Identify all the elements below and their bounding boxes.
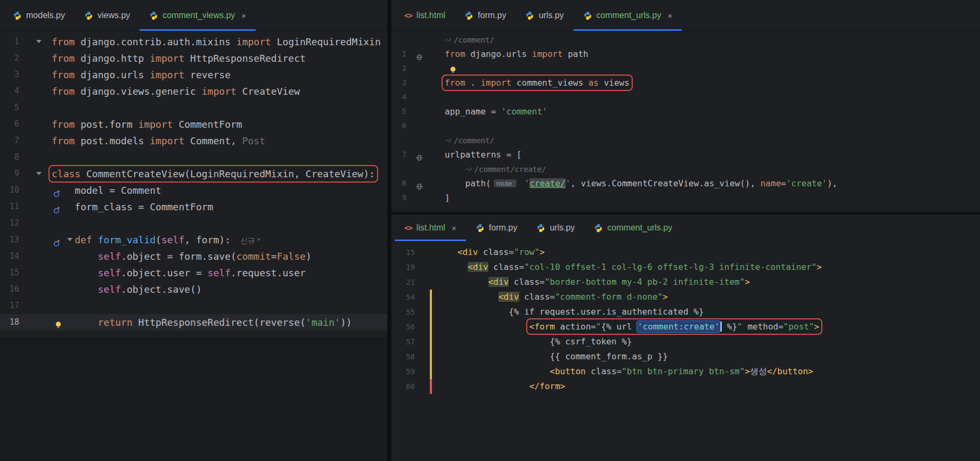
line-number[interactable]: 19 [391,260,415,275]
fold-chevron-icon[interactable] [36,40,42,43]
code-line-7[interactable]: 7from post.models import Comment, Post [0,133,387,149]
line-number[interactable]: 8 [391,176,406,191]
line-number[interactable]: 57 [391,334,415,349]
indentation [442,381,529,391]
fold-chevron-icon[interactable] [67,238,72,241]
line-number[interactable]: 16 [0,281,19,298]
line-number[interactable]: 5 [0,100,19,116]
code-line-11[interactable]: 11 form_class = CommentForm [0,199,387,215]
line-number[interactable]: 15 [391,245,415,260]
close-icon[interactable]: × [667,11,672,20]
code-line-16[interactable]: 16 self.object.save() [0,281,387,298]
tab-urls.py[interactable]: urls.py [527,215,584,241]
code-line-15[interactable]: 15 <div class="row"> [391,245,980,260]
code-line-55[interactable]: 55 {% if request.user.is_authenticated %… [391,304,980,319]
line-number[interactable]: 4 [0,83,19,100]
url-hint-line[interactable]: /comment/ [391,133,980,147]
line-number[interactable]: 2 [391,61,406,76]
line-number[interactable]: 12 [0,215,19,232]
line-number[interactable]: 4 [391,90,406,104]
line-number[interactable]: 9 [0,166,19,182]
tab-urls.py[interactable]: urls.py [516,0,573,31]
line-number[interactable]: 3 [0,67,19,83]
code-line-4[interactable]: 4 [391,90,980,104]
line-number[interactable]: 2 [0,50,19,67]
line-number[interactable]: 5 [391,104,406,119]
code-line-7[interactable]: 7urlpatterns = [ [391,147,980,162]
code-line-2[interactable]: 2 [391,61,980,76]
code-line-2[interactable]: 2from django.http import HttpResponseRed… [0,50,387,67]
code-line-60[interactable]: 60 </form> [391,379,980,394]
code-line-9[interactable]: 9class CommentCreateView(LoginRequiredMi… [0,166,387,182]
tab-form.py[interactable]: form.py [455,0,516,31]
line-number[interactable]: 13 [0,232,19,248]
tab-models.py[interactable]: models.py [3,0,75,31]
code-line-6[interactable]: 6from post.form import CommentForm [0,116,387,133]
code-line-58[interactable]: 58 {{ comment_form.as_p }} [391,349,980,364]
line-number[interactable]: 3 [391,76,406,90]
close-icon[interactable]: × [241,11,246,20]
tab-list.html[interactable]: <>list.html× [395,215,466,241]
line-number[interactable]: 14 [0,248,19,265]
code-line-57[interactable]: 57 {% csrf_token %} [391,334,980,349]
tab-comment_urls.py[interactable]: comment_urls.py [584,215,682,241]
close-icon[interactable]: × [452,224,456,233]
tab-views.py[interactable]: views.py [75,0,140,31]
line-number[interactable]: 17 [0,298,19,314]
code-line-4[interactable]: 4from django.views.generic import Create… [0,83,387,100]
line-number[interactable]: 54 [391,290,415,304]
code-line-8[interactable]: 8 path(route: 'create/', views.CommentCr… [391,176,980,191]
url-hint-line[interactable]: /comment/ [391,32,980,47]
tab-form.py[interactable]: form.py [466,215,527,241]
line-number[interactable]: 18 [0,314,19,331]
code-line-3[interactable]: 3from django.urls import reverse [0,67,387,83]
line-number[interactable]: 9 [391,191,406,205]
tab-label: comment_urls.py [607,223,672,233]
code-line-19[interactable]: 19 <div class="col-10 offset-1 col-lg-6 … [391,260,980,275]
line-number[interactable]: 1 [0,34,19,50]
line-number[interactable]: 1 [391,47,406,61]
line-number[interactable]: 59 [391,364,415,379]
code-line-1[interactable]: 1from django.urls import path [391,47,980,61]
code-line-1[interactable]: 1from django.contrib.auth.mixins import … [0,34,387,50]
code-line-8[interactable]: 8 [0,149,387,166]
tab-comment_urls.py[interactable]: comment_urls.py× [574,0,682,31]
line-number[interactable]: 7 [391,147,406,162]
tab-comment_views.py[interactable]: comment_views.py× [140,0,256,31]
line-number[interactable]: 55 [391,304,415,319]
tab-list.html[interactable]: <>list.html [395,0,455,31]
line-number[interactable]: 8 [0,149,19,166]
code-line-21[interactable]: 21 <div class="border-bottom my-4 pb-2 i… [391,275,980,290]
code-line-9[interactable]: 9] [391,191,980,205]
line-number[interactable]: 6 [391,119,406,133]
code-line-14[interactable]: 14 self.object = form.save(commit=False) [0,248,387,265]
code-line-18[interactable]: 18 return HttpResponseRedirect(reverse('… [0,314,387,331]
code-line-5[interactable]: 5app_name = 'comment' [391,104,980,119]
code-line-6[interactable]: 6 [391,119,980,133]
code-line-54[interactable]: 54 <div class="comment-form d-none"> [391,290,980,304]
code-line-5[interactable]: 5 [0,100,387,116]
code-line-59[interactable]: 59 <button class="btn btn-primary btn-sm… [391,364,980,379]
code-text: <form action="{% url 'comment:create' %}… [391,319,980,334]
url-hint-line[interactable]: /comment/create/ [391,162,980,176]
line-number[interactable]: 60 [391,379,415,394]
line-number[interactable]: 56 [391,319,415,334]
line-number[interactable]: 58 [391,349,415,364]
tabbar-top-right: <>list.htmlform.pyurls.pycomment_urls.py… [391,0,980,31]
code-text: self.object.user = self.request.user [0,265,387,281]
fold-chevron-icon[interactable] [36,172,42,175]
code-line-56[interactable]: 56 <form action="{% url 'comment:create'… [391,319,980,334]
code-line-15[interactable]: 15 self.object.user = self.request.user [0,265,387,281]
line-number[interactable]: 6 [0,116,19,133]
line-number[interactable]: 15 [0,265,19,281]
bulb-icon[interactable] [54,318,62,334]
code-line-17[interactable]: 17 [0,298,387,314]
line-number[interactable]: 11 [0,199,19,215]
line-number[interactable]: 21 [391,275,415,290]
code-line-12[interactable]: 12 [0,215,387,232]
code-line-3[interactable]: 3from . import comment_views as views [391,76,980,90]
line-number[interactable]: 7 [0,133,19,149]
line-number[interactable]: 10 [0,182,19,199]
code-line-10[interactable]: 10 model = Comment [0,182,387,199]
code-line-13[interactable]: 13 def form_valid(self, form):신규 * [0,232,387,248]
